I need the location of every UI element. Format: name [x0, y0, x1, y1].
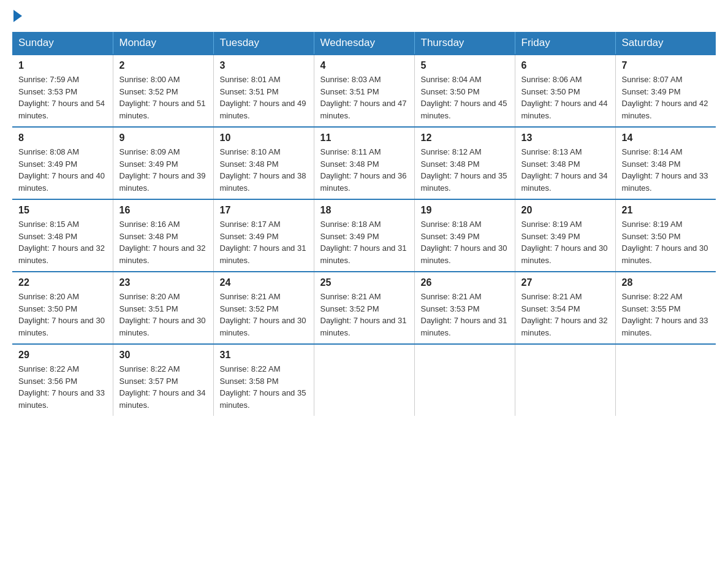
calendar-cell: 22 Sunrise: 8:20 AMSunset: 3:50 PMDaylig…	[12, 272, 113, 344]
day-number: 14	[622, 132, 710, 144]
day-info: Sunrise: 8:20 AMSunset: 3:51 PMDaylight:…	[119, 292, 206, 337]
day-number: 1	[18, 60, 107, 71]
day-number: 19	[421, 205, 509, 216]
day-info: Sunrise: 8:06 AMSunset: 3:50 PMDaylight:…	[521, 75, 608, 120]
day-number: 7	[622, 60, 710, 71]
day-info: Sunrise: 7:59 AMSunset: 3:53 PMDaylight:…	[18, 75, 105, 120]
calendar-cell: 11 Sunrise: 8:11 AMSunset: 3:48 PMDaylig…	[314, 127, 414, 199]
calendar-cell: 25 Sunrise: 8:21 AMSunset: 3:52 PMDaylig…	[314, 272, 414, 344]
day-number: 29	[18, 350, 107, 361]
weekday-header-saturday: Saturday	[615, 32, 716, 55]
calendar-week-row: 15 Sunrise: 8:15 AMSunset: 3:48 PMDaylig…	[12, 199, 716, 272]
day-number: 25	[320, 277, 408, 288]
day-number: 18	[320, 205, 408, 216]
day-info: Sunrise: 8:16 AMSunset: 3:48 PMDaylight:…	[119, 220, 206, 265]
day-number: 16	[119, 205, 207, 216]
calendar-cell: 9 Sunrise: 8:09 AMSunset: 3:49 PMDayligh…	[113, 127, 213, 199]
day-number: 28	[622, 277, 710, 288]
calendar-week-row: 8 Sunrise: 8:08 AMSunset: 3:49 PMDayligh…	[12, 127, 716, 199]
calendar-table: SundayMondayTuesdayWednesdayThursdayFrid…	[12, 32, 716, 416]
day-number: 17	[220, 205, 308, 216]
weekday-header-thursday: Thursday	[414, 32, 515, 55]
day-number: 26	[421, 277, 509, 288]
calendar-cell: 16 Sunrise: 8:16 AMSunset: 3:48 PMDaylig…	[113, 199, 213, 272]
day-info: Sunrise: 8:21 AMSunset: 3:54 PMDaylight:…	[521, 292, 608, 337]
day-info: Sunrise: 8:22 AMSunset: 3:58 PMDaylight:…	[220, 364, 306, 410]
day-info: Sunrise: 8:21 AMSunset: 3:53 PMDaylight:…	[421, 292, 507, 337]
day-number: 23	[119, 277, 207, 288]
calendar-cell: 31 Sunrise: 8:22 AMSunset: 3:58 PMDaylig…	[213, 344, 314, 416]
day-info: Sunrise: 8:01 AMSunset: 3:51 PMDaylight:…	[220, 75, 306, 120]
day-info: Sunrise: 8:22 AMSunset: 3:55 PMDaylight:…	[622, 292, 708, 337]
day-number: 24	[220, 277, 308, 288]
day-info: Sunrise: 8:21 AMSunset: 3:52 PMDaylight:…	[220, 292, 306, 337]
calendar-cell: 14 Sunrise: 8:14 AMSunset: 3:48 PMDaylig…	[615, 127, 716, 199]
day-info: Sunrise: 8:13 AMSunset: 3:48 PMDaylight:…	[521, 147, 608, 193]
day-number: 5	[421, 60, 509, 71]
day-info: Sunrise: 8:09 AMSunset: 3:49 PMDaylight:…	[119, 147, 206, 193]
calendar-cell: 8 Sunrise: 8:08 AMSunset: 3:49 PMDayligh…	[12, 127, 113, 199]
day-info: Sunrise: 8:15 AMSunset: 3:48 PMDaylight:…	[18, 220, 105, 265]
weekday-header-wednesday: Wednesday	[314, 32, 414, 55]
day-info: Sunrise: 8:12 AMSunset: 3:48 PMDaylight:…	[421, 147, 507, 193]
calendar-cell: 1 Sunrise: 7:59 AMSunset: 3:53 PMDayligh…	[12, 55, 113, 127]
day-number: 22	[18, 277, 107, 288]
calendar-cell	[314, 344, 414, 416]
day-number: 20	[521, 205, 609, 216]
calendar-cell: 27 Sunrise: 8:21 AMSunset: 3:54 PMDaylig…	[515, 272, 615, 344]
day-number: 30	[119, 350, 207, 361]
calendar-cell: 15 Sunrise: 8:15 AMSunset: 3:48 PMDaylig…	[12, 199, 113, 272]
day-number: 27	[521, 277, 609, 288]
calendar-cell: 29 Sunrise: 8:22 AMSunset: 3:56 PMDaylig…	[12, 344, 113, 416]
day-info: Sunrise: 8:08 AMSunset: 3:49 PMDaylight:…	[18, 147, 105, 193]
page-header	[12, 12, 716, 22]
day-number: 15	[18, 205, 107, 216]
weekday-header-sunday: Sunday	[12, 32, 113, 55]
calendar-cell: 10 Sunrise: 8:10 AMSunset: 3:48 PMDaylig…	[213, 127, 314, 199]
day-info: Sunrise: 8:22 AMSunset: 3:57 PMDaylight:…	[119, 364, 206, 410]
day-info: Sunrise: 8:03 AMSunset: 3:51 PMDaylight:…	[320, 75, 407, 120]
calendar-week-row: 29 Sunrise: 8:22 AMSunset: 3:56 PMDaylig…	[12, 344, 716, 416]
day-info: Sunrise: 8:18 AMSunset: 3:49 PMDaylight:…	[421, 220, 507, 265]
calendar-cell: 13 Sunrise: 8:13 AMSunset: 3:48 PMDaylig…	[515, 127, 615, 199]
day-number: 6	[521, 60, 609, 71]
calendar-cell: 7 Sunrise: 8:07 AMSunset: 3:49 PMDayligh…	[615, 55, 716, 127]
calendar-cell: 19 Sunrise: 8:18 AMSunset: 3:49 PMDaylig…	[414, 199, 515, 272]
day-info: Sunrise: 8:19 AMSunset: 3:50 PMDaylight:…	[622, 220, 708, 265]
day-number: 13	[521, 132, 609, 144]
calendar-cell: 24 Sunrise: 8:21 AMSunset: 3:52 PMDaylig…	[213, 272, 314, 344]
day-info: Sunrise: 8:14 AMSunset: 3:48 PMDaylight:…	[622, 147, 708, 193]
day-number: 11	[320, 132, 408, 144]
day-info: Sunrise: 8:21 AMSunset: 3:52 PMDaylight:…	[320, 292, 407, 337]
calendar-cell: 4 Sunrise: 8:03 AMSunset: 3:51 PMDayligh…	[314, 55, 414, 127]
day-number: 31	[220, 350, 308, 361]
calendar-cell: 3 Sunrise: 8:01 AMSunset: 3:51 PMDayligh…	[213, 55, 314, 127]
calendar-cell: 28 Sunrise: 8:22 AMSunset: 3:55 PMDaylig…	[615, 272, 716, 344]
calendar-cell: 5 Sunrise: 8:04 AMSunset: 3:50 PMDayligh…	[414, 55, 515, 127]
calendar-cell: 17 Sunrise: 8:17 AMSunset: 3:49 PMDaylig…	[213, 199, 314, 272]
day-number: 21	[622, 205, 710, 216]
calendar-cell: 12 Sunrise: 8:12 AMSunset: 3:48 PMDaylig…	[414, 127, 515, 199]
calendar-cell: 18 Sunrise: 8:18 AMSunset: 3:49 PMDaylig…	[314, 199, 414, 272]
day-number: 10	[220, 132, 308, 144]
day-info: Sunrise: 8:07 AMSunset: 3:49 PMDaylight:…	[622, 75, 708, 120]
day-number: 4	[320, 60, 408, 71]
calendar-cell: 26 Sunrise: 8:21 AMSunset: 3:53 PMDaylig…	[414, 272, 515, 344]
day-info: Sunrise: 8:00 AMSunset: 3:52 PMDaylight:…	[119, 75, 206, 120]
calendar-cell	[515, 344, 615, 416]
day-number: 3	[220, 60, 308, 71]
day-number: 9	[119, 132, 207, 144]
day-info: Sunrise: 8:19 AMSunset: 3:49 PMDaylight:…	[521, 220, 608, 265]
day-number: 8	[18, 132, 107, 144]
calendar-cell: 6 Sunrise: 8:06 AMSunset: 3:50 PMDayligh…	[515, 55, 615, 127]
calendar-cell: 20 Sunrise: 8:19 AMSunset: 3:49 PMDaylig…	[515, 199, 615, 272]
calendar-week-row: 1 Sunrise: 7:59 AMSunset: 3:53 PMDayligh…	[12, 55, 716, 127]
day-info: Sunrise: 8:04 AMSunset: 3:50 PMDaylight:…	[421, 75, 507, 120]
weekday-header-tuesday: Tuesday	[213, 32, 314, 55]
calendar-cell: 2 Sunrise: 8:00 AMSunset: 3:52 PMDayligh…	[113, 55, 213, 127]
calendar-cell	[414, 344, 515, 416]
logo	[12, 12, 22, 22]
day-info: Sunrise: 8:17 AMSunset: 3:49 PMDaylight:…	[220, 220, 306, 265]
day-info: Sunrise: 8:11 AMSunset: 3:48 PMDaylight:…	[320, 147, 407, 193]
day-number: 2	[119, 60, 207, 71]
